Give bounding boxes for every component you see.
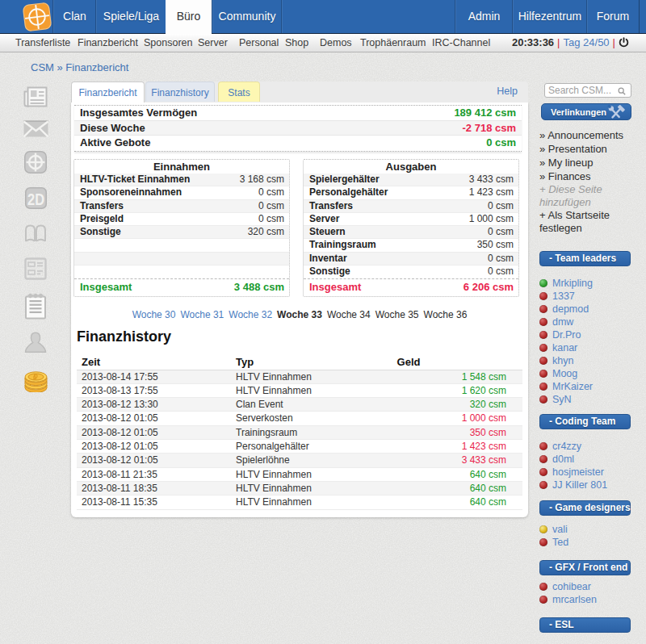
svg-text:2D: 2D xyxy=(27,190,44,208)
